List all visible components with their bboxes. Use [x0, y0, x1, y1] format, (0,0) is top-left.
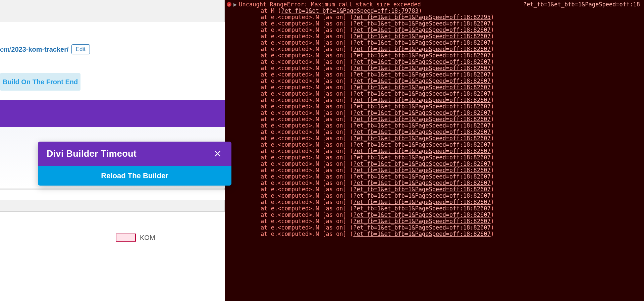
stack-frame-source-link[interactable]: ?et_fb=1&et_bfb=1&PageSpeed=off:18:82607 [353, 33, 490, 40]
stack-frame-text: at e.<computed>.N [as on] ( [247, 218, 353, 224]
stack-frame-text: ) [491, 78, 494, 84]
stack-frame-text: ) [491, 90, 494, 97]
stack-frame-source-link[interactable]: ?et_fb=1&et_bfb=1&PageSpeed=off:18:82607 [353, 148, 490, 154]
stack-frame-source-link[interactable]: ?et_fb=1&et_bfb=1&PageSpeed=off:18:82607 [353, 224, 490, 231]
stack-frame-source-link[interactable]: ?et_fb=1&et_bfb=1&PageSpeed=off:18:82607 [353, 27, 490, 33]
stack-frame-text: at e.<computed>.N [as on] ( [247, 71, 353, 78]
stack-frame: at e.<computed>.N [as on] (?et_fb=1&et_b… [247, 71, 641, 78]
stack-frame-text: ) [491, 192, 494, 199]
stack-frame-source-link[interactable]: ?et_fb=1&et_bfb=1&PageSpeed=off:18:82607 [353, 78, 490, 84]
stack-frame-source-link[interactable]: ?et_fb=1&et_bfb=1&PageSpeed=off:18:82607 [353, 180, 490, 186]
console-source-link[interactable]: ?et_fb=1&et_bfb=1&PageSpeed=off:18 [523, 1, 640, 8]
stack-frame: at e.<computed>.N [as on] (?et_fb=1&et_b… [247, 52, 641, 59]
stack-frame-source-link[interactable]: ?et_fb=1&et_bfb=1&PageSpeed=off:18:82607 [353, 186, 490, 193]
stack-frame-text: at e.<computed>.N [as on] ( [247, 192, 353, 199]
stack-frame-text: ) [491, 167, 494, 173]
stack-frame-text: ) [491, 116, 494, 122]
metabox-panel [0, 211, 225, 301]
stack-frame-source-link[interactable]: ?et_fb=1&et_bfb=1&PageSpeed=off:18:82607 [353, 20, 490, 27]
stack-frame: at e.<computed>.N [as on] (?et_fb=1&et_b… [247, 14, 641, 20]
stack-frame-source-link[interactable]: ?et_fb=1&et_bfb=1&PageSpeed=off:18:82607 [353, 58, 490, 65]
stack-frame: at e.<computed>.N [as on] (?et_fb=1&et_b… [247, 161, 641, 167]
stack-frame-text: ) [491, 39, 494, 46]
stack-frame-source-link[interactable]: ?et_fb=1&et_bfb=1&PageSpeed=off:18:82607 [353, 71, 490, 78]
stack-frame-source-link[interactable]: ?et_fb=1&et_bfb=1&PageSpeed=off:18:82607 [353, 103, 490, 110]
reload-builder-button[interactable]: Reload The Builder [38, 166, 231, 186]
stack-frame-source-link[interactable]: ?et_fb=1&et_bfb=1&PageSpeed=off:18:82607 [353, 109, 490, 116]
stack-frame-text: ) [491, 84, 494, 91]
stack-frame-source-link[interactable]: ?et_fb=1&et_bfb=1&PageSpeed=off:18:82607 [353, 231, 490, 237]
stack-frame-source-link[interactable]: ?et_fb=1&et_bfb=1&PageSpeed=off:18:82607 [353, 122, 490, 129]
stack-frame-source-link[interactable]: ?et_fb=1&et_bfb=1&PageSpeed=off:18:82295 [353, 14, 490, 20]
stack-frame: at e.<computed>.N [as on] (?et_fb=1&et_b… [247, 122, 641, 129]
stack-frame-source-link[interactable]: ?et_fb=1&et_bfb=1&PageSpeed=off:18:82607 [353, 218, 490, 224]
stack-frame: at e.<computed>.N [as on] (?et_fb=1&et_b… [247, 231, 641, 237]
stack-frame-source-link[interactable]: ?et_fb=1&et_bfb=1&PageSpeed=off:18:82607 [353, 116, 490, 122]
permalink-url-fragment[interactable]: om/2023-kom-tracker/ [0, 46, 69, 53]
stack-frame-text: ) [491, 122, 494, 129]
collapsed-metabox[interactable] [0, 190, 225, 200]
stack-frame-text: ) [491, 173, 494, 180]
stack-frame-source-link[interactable]: ?et_fb=1&et_bfb=1&PageSpeed=off:18:82607 [353, 90, 490, 97]
divi-toolbar [0, 100, 225, 127]
stack-frame-text: ) [491, 52, 494, 59]
stack-frame: at M (?et_fb=1&et_bfb=1&PageSpeed=off:18… [247, 8, 641, 14]
permalink-slug: 2023-kom-tracker/ [11, 46, 68, 53]
disclosure-triangle-icon[interactable]: ▶ [233, 1, 237, 8]
stack-frame-text: ) [491, 231, 494, 237]
stack-frame: at e.<computed>.N [as on] (?et_fb=1&et_b… [247, 20, 641, 27]
stack-frame-source-link[interactable]: ?et_fb=1&et_bfb=1&PageSpeed=off:18:82607 [353, 141, 490, 148]
stack-frame-source-link[interactable]: ?et_fb=1&et_bfb=1&PageSpeed=off:18:82607 [353, 199, 490, 205]
stack-frame-source-link[interactable]: ?et_fb=1&et_bfb=1&PageSpeed=off:18:82607 [353, 65, 490, 71]
stack-frame-text: ) [491, 20, 494, 27]
stack-frame-text: at e.<computed>.N [as on] ( [247, 224, 353, 231]
stack-frame-text: ) [491, 103, 494, 110]
close-icon[interactable]: ✕ [212, 148, 223, 160]
stack-frame-text: at e.<computed>.N [as on] ( [247, 173, 353, 180]
stack-frame-source-link[interactable]: ?et_fb=1&et_bfb=1&PageSpeed=off:18:82607 [353, 46, 490, 52]
timeout-modal-header: Divi Builder Timeout ✕ [38, 142, 231, 166]
stack-frame: at e.<computed>.N [as on] (?et_fb=1&et_b… [247, 59, 641, 65]
stack-frame-source-link[interactable]: ?et_fb=1&et_bfb=1&PageSpeed=off:18:82607 [353, 173, 490, 180]
stack-frame: at e.<computed>.N [as on] (?et_fb=1&et_b… [247, 84, 641, 91]
stack-frame: at e.<computed>.N [as on] (?et_fb=1&et_b… [247, 33, 641, 40]
stack-frame-text: at e.<computed>.N [as on] ( [247, 84, 353, 91]
stack-frame-source-link[interactable]: ?et_fb=1&et_bfb=1&PageSpeed=off:18:82607 [353, 192, 490, 199]
legend-swatch-icon [116, 234, 136, 242]
stack-frame-text: ) [491, 224, 494, 231]
stack-frame: at e.<computed>.N [as on] (?et_fb=1&et_b… [247, 205, 641, 212]
stack-frame-text: at e.<computed>.N [as on] ( [247, 199, 353, 205]
build-front-end-button[interactable]: Build On The Front End [0, 73, 80, 91]
stack-frame: at e.<computed>.N [as on] (?et_fb=1&et_b… [247, 154, 641, 161]
stack-frame: at e.<computed>.N [as on] (?et_fb=1&et_b… [247, 199, 641, 205]
stack-frame: at e.<computed>.N [as on] (?et_fb=1&et_b… [247, 40, 641, 46]
devtools-console-panel[interactable]: ?et_fb=1&et_bfb=1&PageSpeed=off:18 ✕ ▶ U… [225, 0, 644, 301]
stack-frame: at e.<computed>.N [as on] (?et_fb=1&et_b… [247, 193, 641, 199]
stack-frame-text: at e.<computed>.N [as on] ( [247, 78, 353, 84]
stack-frame-text: at e.<computed>.N [as on] ( [247, 135, 353, 142]
stack-frame-source-link[interactable]: ?et_fb=1&et_bfb=1&PageSpeed=off:18:82607 [353, 129, 490, 135]
stack-frame-source-link[interactable]: ?et_fb=1&et_bfb=1&PageSpeed=off:18:82607 [353, 211, 490, 218]
stack-frame-text: at e.<computed>.N [as on] ( [247, 154, 353, 161]
stack-frame-source-link[interactable]: ?et_fb=1&et_bfb=1&PageSpeed=off:18:79783 [281, 7, 418, 14]
stack-frame-source-link[interactable]: ?et_fb=1&et_bfb=1&PageSpeed=off:18:82607 [353, 167, 490, 173]
stack-frame: at e.<computed>.N [as on] (?et_fb=1&et_b… [247, 148, 641, 154]
stack-frame-text: at e.<computed>.N [as on] ( [247, 65, 353, 71]
stack-frame: at e.<computed>.N [as on] (?et_fb=1&et_b… [247, 218, 641, 224]
stack-frame-source-link[interactable]: ?et_fb=1&et_bfb=1&PageSpeed=off:18:82607 [353, 39, 490, 46]
stack-frame-text: ) [491, 71, 494, 78]
wordpress-editor-panel: om/2023-kom-tracker/ Edit Build On The F… [0, 0, 225, 301]
stack-frame-source-link[interactable]: ?et_fb=1&et_bfb=1&PageSpeed=off:18:82607 [353, 52, 490, 59]
stack-frame-text: ) [491, 186, 494, 193]
stack-frame-text: ) [491, 58, 494, 65]
stack-frame-source-link[interactable]: ?et_fb=1&et_bfb=1&PageSpeed=off:18:82607 [353, 205, 490, 212]
edit-permalink-button[interactable]: Edit [71, 44, 90, 54]
stack-frame-text: ) [491, 14, 494, 20]
stack-frame-text: at e.<computed>.N [as on] ( [247, 167, 353, 173]
stack-frame-source-link[interactable]: ?et_fb=1&et_bfb=1&PageSpeed=off:18:82607 [353, 135, 490, 142]
stack-frame-source-link[interactable]: ?et_fb=1&et_bfb=1&PageSpeed=off:18:82607 [353, 84, 490, 91]
stack-frame-text: at e.<computed>.N [as on] ( [247, 205, 353, 212]
stack-frame-source-link[interactable]: ?et_fb=1&et_bfb=1&PageSpeed=off:18:82607 [353, 97, 490, 103]
stack-frame-source-link[interactable]: ?et_fb=1&et_bfb=1&PageSpeed=off:18:82607 [353, 154, 490, 161]
stack-frame-source-link[interactable]: ?et_fb=1&et_bfb=1&PageSpeed=off:18:82607 [353, 160, 490, 167]
